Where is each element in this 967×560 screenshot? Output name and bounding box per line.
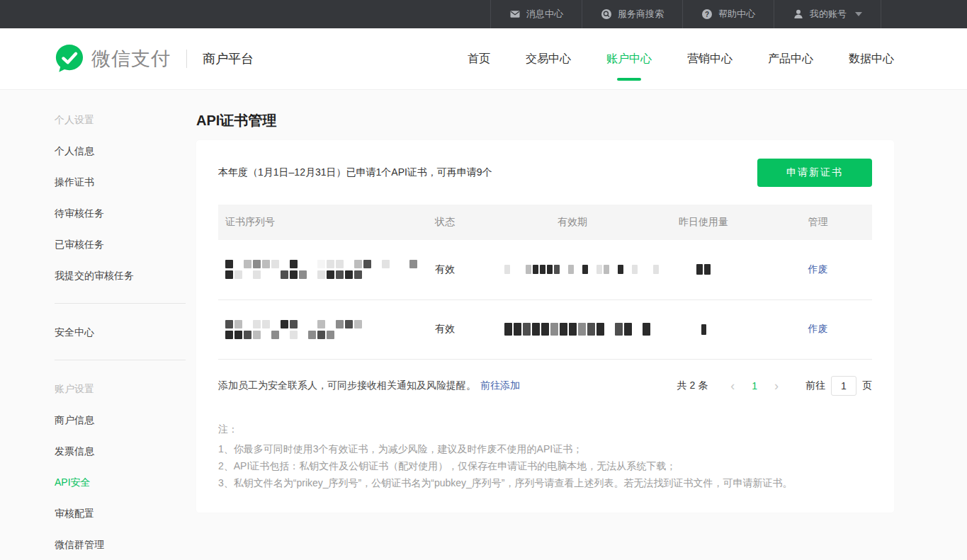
note-line: 2、API证书包括：私钥文件及公钥证书（配对使用），仅保存在申请证书的电脑本地，… xyxy=(218,457,872,474)
primary-nav: 首页 交易中心 账户中心 营销中心 产品中心 数据中心 xyxy=(432,45,894,74)
brand[interactable]: 微信支付 商户平台 xyxy=(55,43,254,75)
main-content: API证书管理 本年度（1月1日–12月31日）已申请1个API证书，可再申请9… xyxy=(186,90,894,560)
sidebar-item-reviewed-tasks[interactable]: 已审核任务 xyxy=(55,229,186,260)
note-line: 1、你最多可同时使用3个有效证书，为减少风险，建议及时作废不使用的API证书； xyxy=(218,440,872,457)
redacted-validity xyxy=(504,263,659,276)
void-cert-link[interactable]: 作废 xyxy=(808,323,828,334)
redacted-serial-number xyxy=(225,318,362,341)
sidebar-item-review-config[interactable]: 审核配置 xyxy=(55,498,186,529)
message-center-menu[interactable]: 消息中心 xyxy=(490,0,582,28)
nav-item-account-center[interactable]: 账户中心 xyxy=(606,45,652,74)
apply-new-cert-button[interactable]: 申请新证书 xyxy=(757,159,872,187)
col-header-usage: 昨日使用量 xyxy=(643,205,764,240)
col-header-manage: 管理 xyxy=(764,205,872,240)
summary-row: 本年度（1月1日–12月31日）已申请1个API证书，可再申请9个 申请新证书 xyxy=(218,159,872,187)
sidebar-item-merchant-info[interactable]: 商户信息 xyxy=(55,404,186,435)
mail-icon xyxy=(509,8,521,20)
sidebar-divider xyxy=(55,303,186,304)
table-row: 有效 作废 xyxy=(218,240,872,299)
redacted-validity xyxy=(504,321,650,338)
sidebar-item-personal-info[interactable]: 个人信息 xyxy=(55,135,186,166)
col-header-validity: 有效期 xyxy=(502,205,643,240)
sidebar-item-wechat-group-mgmt[interactable]: 微信群管理 xyxy=(55,529,186,560)
nav-item-transaction-center[interactable]: 交易中心 xyxy=(526,45,571,74)
note-line: 3、私钥文件名为“prikey_序列号”，公钥证书名为“pubkey_序列号”，… xyxy=(218,474,872,491)
api-cert-card: 本年度（1月1日–12月31日）已申请1个API证书，可再申请9个 申请新证书 … xyxy=(196,140,894,513)
page-suffix: 页 xyxy=(862,379,872,392)
topbar-spacer xyxy=(881,0,967,28)
topbar-item-label: 帮助中心 xyxy=(718,8,755,21)
nav-item-product-center[interactable]: 产品中心 xyxy=(768,45,813,74)
topbar-item-label: 消息中心 xyxy=(526,8,563,21)
table-footer: 添加员工为安全联系人，可同步接收相关通知及风险提醒。 前往添加 共 2 条 ‹ … xyxy=(218,375,872,396)
help-center-menu[interactable]: ? 帮助中心 xyxy=(682,0,774,28)
provider-search-menu[interactable]: 服务商搜索 xyxy=(582,0,682,28)
pagination: 共 2 条 ‹ 1 › 前往 页 xyxy=(677,376,872,396)
sidebar-section-personal-settings: 个人设置 xyxy=(55,104,186,135)
redacted-serial-number xyxy=(225,258,417,281)
next-page-icon[interactable]: › xyxy=(764,379,788,392)
topbar-item-label: 我的账号 xyxy=(810,8,847,21)
void-cert-link[interactable]: 作废 xyxy=(808,263,828,275)
sidebar-divider xyxy=(55,360,186,360)
total-count: 共 2 条 xyxy=(677,379,708,392)
col-header-serial: 证书序列号 xyxy=(218,205,388,240)
sidebar-item-invoice-info[interactable]: 发票信息 xyxy=(55,435,186,467)
go-add-contact-link[interactable]: 前往添加 xyxy=(480,379,520,392)
col-header-status: 状态 xyxy=(388,205,502,240)
brand-divider xyxy=(186,50,187,68)
goto-label: 前往 xyxy=(805,379,825,392)
wechat-pay-logo-icon xyxy=(55,43,84,75)
page-title: API证书管理 xyxy=(196,111,894,130)
chevron-down-icon xyxy=(855,12,862,16)
svg-text:?: ? xyxy=(705,11,709,18)
safety-contact-note: 添加员工为安全联系人，可同步接收相关通知及风险提醒。 xyxy=(218,379,476,392)
table-row: 有效 作废 xyxy=(218,299,872,359)
goto-page-input[interactable] xyxy=(831,376,856,396)
topbar-item-label: 服务商搜索 xyxy=(618,8,664,21)
my-account-menu[interactable]: 我的账号 xyxy=(774,0,881,28)
page-number-1[interactable]: 1 xyxy=(745,380,764,392)
sidebar-item-my-submitted-tasks[interactable]: 我提交的审核任务 xyxy=(55,260,186,291)
cert-quota-summary: 本年度（1月1日–12月31日）已申请1个API证书，可再申请9个 xyxy=(218,166,492,179)
sidebar: 个人设置 个人信息 操作证书 待审核任务 已审核任务 我提交的审核任务 安全中心… xyxy=(55,90,186,560)
table-header-row: 证书序列号 状态 有效期 昨日使用量 管理 xyxy=(218,205,872,240)
redacted-usage xyxy=(701,322,706,337)
header: 微信支付 商户平台 首页 交易中心 账户中心 营销中心 产品中心 数据中心 xyxy=(0,28,967,90)
sidebar-item-api-security[interactable]: API安全 xyxy=(55,467,186,498)
page-body: 个人设置 个人信息 操作证书 待审核任务 已审核任务 我提交的审核任务 安全中心… xyxy=(0,90,967,560)
platform-name: 商户平台 xyxy=(203,50,254,67)
sidebar-item-pending-review-tasks[interactable]: 待审核任务 xyxy=(55,198,186,229)
status-value: 有效 xyxy=(388,299,502,359)
nav-item-data-center[interactable]: 数据中心 xyxy=(849,45,894,74)
help-icon: ? xyxy=(701,8,713,20)
notes-section: 注： 1、你最多可同时使用3个有效证书，为减少风险，建议及时作废不使用的API证… xyxy=(218,421,872,491)
sidebar-item-security-center[interactable]: 安全中心 xyxy=(55,316,186,348)
search-icon xyxy=(601,8,612,20)
sidebar-section-account-settings: 账户设置 xyxy=(55,373,186,404)
topbar: 消息中心 服务商搜索 ? 帮助中心 我的账号 xyxy=(0,0,967,28)
cert-table: 证书序列号 状态 有效期 昨日使用量 管理 有效 作废 xyxy=(218,205,872,360)
user-icon xyxy=(793,8,804,20)
sidebar-item-operation-cert[interactable]: 操作证书 xyxy=(55,166,186,198)
prev-page-icon[interactable]: ‹ xyxy=(720,379,745,392)
redacted-usage xyxy=(696,262,711,277)
brand-name: 微信支付 xyxy=(91,46,171,72)
nav-item-marketing-center[interactable]: 营销中心 xyxy=(687,45,733,74)
nav-item-home[interactable]: 首页 xyxy=(468,45,490,74)
notes-title: 注： xyxy=(218,421,872,438)
